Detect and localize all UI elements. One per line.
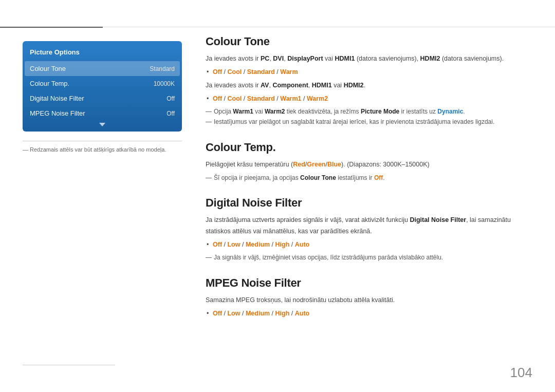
colour-tone-para1: Ja ievades avots ir PC, DVI, DisplayPort… <box>206 53 532 64</box>
menu-item-value: Off <box>166 95 175 102</box>
bullet-item: Off / Cool / Standard / Warm <box>206 67 532 78</box>
dash-item: Opcija Warm1 vai Warm2 tiek deaktivizēta… <box>206 106 532 117</box>
top-accent-line <box>0 27 103 28</box>
dash-item: Šī opcija ir pieejama, ja opcijas Colour… <box>206 173 532 183</box>
section-title-mpeg-noise: MPEG Noise Filter <box>206 276 532 290</box>
section-title-colour-temp: Colour Temp. <box>206 141 532 154</box>
dash-item: Ja signāls ir vājš, izmēģiniet visas opc… <box>206 252 532 263</box>
bottom-divider <box>23 365 115 365</box>
section-body-mpeg-noise: Samazina MPEG troksņus, lai nodrošinātu … <box>206 295 532 320</box>
section-colour-temp: Colour Temp. Pielāgojiet krāsu temperatū… <box>206 141 532 183</box>
colour-temp-dashes: Šī opcija ir pieejama, ja opcijas Colour… <box>206 173 532 183</box>
page-number: 104 <box>510 365 532 381</box>
section-mpeg-noise: MPEG Noise Filter Samazina MPEG troksņus… <box>206 276 532 320</box>
bullet-item: Off / Low / Medium / High / Auto <box>206 239 532 250</box>
colour-tone-dashes: Opcija Warm1 vai Warm2 tiek deaktivizēta… <box>206 106 532 127</box>
menu-item-colour-tone[interactable]: Colour Tone Standard <box>25 61 180 76</box>
section-title-digital-noise: Digital Noise Filter <box>206 196 532 210</box>
bullet-item: Off / Low / Medium / High / Auto <box>206 308 532 319</box>
menu-item-label: Digital Noise Filter <box>30 95 84 102</box>
section-title-colour-tone: Colour Tone <box>206 35 532 48</box>
digital-noise-para1: Ja izstrādājuma uztverts apraides signāl… <box>206 215 532 237</box>
menu-scroll-arrow <box>23 121 182 127</box>
menu-item-mpeg-noise[interactable]: MPEG Noise Filter Off <box>23 106 182 121</box>
left-panel: Picture Options Colour Tone Standard Col… <box>23 41 182 153</box>
menu-item-colour-temp[interactable]: Colour Temp. 10000K <box>23 76 182 91</box>
bullet-item: Off / Cool / Standard / Warm1 / Warm2 <box>206 94 532 104</box>
section-body-colour-temp: Pielāgojiet krāsu temperatūru (Red/Green… <box>206 159 532 183</box>
menu-item-digital-noise[interactable]: Digital Noise Filter Off <box>23 91 182 106</box>
menu-item-label: Colour Temp. <box>30 80 69 87</box>
mpeg-noise-para1: Samazina MPEG troksņus, lai nodrošinātu … <box>206 295 532 306</box>
colour-temp-para1: Pielāgojiet krāsu temperatūru (Red/Green… <box>206 159 532 170</box>
menu-item-label: Colour Tone <box>30 65 66 72</box>
mpeg-noise-bullets: Off / Low / Medium / High / Auto <box>206 308 532 319</box>
picture-options-box: Picture Options Colour Tone Standard Col… <box>23 41 182 132</box>
picture-options-title: Picture Options <box>23 48 182 61</box>
menu-item-value: Standard <box>150 65 175 72</box>
section-colour-tone: Colour Tone Ja ievades avots ir PC, DVI,… <box>206 35 532 127</box>
dash-item: Iestatījumus var pielāgot un saglabāt ka… <box>206 117 532 127</box>
digital-noise-dashes: Ja signāls ir vājš, izmēģiniet visas opc… <box>206 252 532 263</box>
right-content: Colour Tone Ja ievades avots ir PC, DVI,… <box>206 35 532 332</box>
panel-divider <box>23 141 182 141</box>
colour-tone-bullets1: Off / Cool / Standard / Warm <box>206 67 532 78</box>
colour-tone-para2: Ja ievades avots ir AV, Component, HDMI1… <box>206 80 532 91</box>
chevron-down-icon <box>99 123 105 126</box>
panel-note: — Redzamais attēls var būt atšķirīgs atk… <box>23 146 182 153</box>
section-body-colour-tone: Ja ievades avots ir PC, DVI, DisplayPort… <box>206 53 532 127</box>
digital-noise-bullets: Off / Low / Medium / High / Auto <box>206 239 532 250</box>
menu-item-label: MPEG Noise Filter <box>30 109 85 117</box>
section-body-digital-noise: Ja izstrādājuma uztverts apraides signāl… <box>206 215 532 263</box>
menu-item-value: Off <box>166 110 175 117</box>
section-digital-noise: Digital Noise Filter Ja izstrādājuma uzt… <box>206 196 532 263</box>
menu-item-value: 10000K <box>154 80 175 87</box>
colour-tone-bullets2: Off / Cool / Standard / Warm1 / Warm2 <box>206 94 532 104</box>
